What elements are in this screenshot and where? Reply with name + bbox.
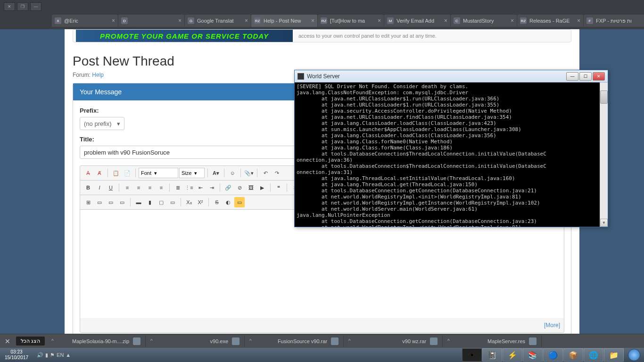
paste-word-icon[interactable]: 📄 [122, 168, 132, 178]
tab-close-icon[interactable]: × [112, 17, 115, 24]
browser-tab[interactable]: FFXP - ות פרטיות× [584, 15, 644, 27]
indent-icon[interactable]: ⇥ [206, 182, 217, 193]
box1-icon[interactable]: ▭ [94, 197, 105, 207]
start-button[interactable] [624, 348, 644, 362]
ordered-list-icon[interactable]: ≣ [173, 182, 183, 193]
tab-close-icon[interactable]: × [577, 17, 580, 24]
taskbar-clock[interactable]: 03:23 15/10/2017 [0, 349, 33, 361]
browser-tab[interactable]: RZ[Tut]How to ma× [318, 15, 384, 27]
browser-tab[interactable]: X@Eric× [52, 15, 118, 27]
taskbar-flash-icon[interactable]: ⚡ [503, 348, 522, 362]
download-item[interactable]: ^MapleSolaxia-90-m....zip [47, 336, 146, 347]
subscript-icon[interactable]: X₂ [184, 197, 194, 207]
remove-format-icon[interactable]: A̶ [83, 168, 93, 178]
console-minimize-button[interactable]: — [566, 72, 578, 81]
tab-close-icon[interactable]: × [311, 17, 314, 24]
download-item[interactable]: ^FusionSource v90.rar [245, 336, 344, 347]
strike-icon[interactable]: S [212, 197, 222, 207]
image-icon[interactable]: 🖼 [246, 182, 256, 193]
download-close-icon[interactable]: ✕ [5, 337, 10, 345]
highlight-icon[interactable]: ▭ [234, 197, 245, 207]
window-close-icon[interactable]: ✕ [4, 2, 15, 11]
browser-tab[interactable]: RZReleases - RaGE× [517, 15, 583, 27]
align-right-icon[interactable]: ≡ [145, 182, 155, 193]
console-window[interactable]: World Server — ☐ ✕ [SEVERE] SQL Driver N… [294, 70, 608, 227]
attach-icon[interactable]: 📎▾ [244, 168, 254, 178]
scroll-down-icon[interactable]: ▼ [600, 219, 608, 227]
taskbar-explorer-icon[interactable]: 📁 [604, 348, 624, 362]
italic-icon[interactable]: I [94, 182, 105, 193]
unordered-list-icon[interactable]: ⋮≡ [184, 182, 194, 193]
unlink-icon[interactable]: ⊘ [234, 182, 245, 193]
col-icon[interactable]: ▮ [145, 197, 155, 207]
browser-tab[interactable]: MVerify Email Add× [384, 15, 450, 27]
row-icon[interactable]: ▬ [133, 197, 144, 207]
box2-icon[interactable]: ▭ [106, 197, 116, 207]
superscript-icon[interactable]: X² [195, 197, 206, 207]
align-center-icon[interactable]: ≡ [133, 182, 144, 193]
box3-icon[interactable]: ▭ [117, 197, 127, 207]
prefix-select[interactable]: (no prefix)▾ [80, 117, 124, 130]
outdent-icon[interactable]: ⇤ [195, 182, 206, 193]
console-titlebar[interactable]: World Server — ☐ ✕ [295, 70, 608, 82]
redo-icon[interactable]: ↷ [272, 168, 282, 178]
browser-tab[interactable]: CMustardStory× [451, 15, 517, 27]
taskbar-chrome-icon[interactable]: 🌐 [584, 348, 603, 362]
size-select[interactable]: Size▾ [179, 168, 205, 178]
lang-indicator[interactable]: EN [57, 352, 64, 358]
volume-icon[interactable]: 🔊 [37, 352, 43, 358]
scroll-thumb[interactable] [600, 90, 608, 104]
taskbar-notepad-icon[interactable]: 📓 [482, 348, 502, 362]
cell-icon[interactable]: ▢ [156, 197, 166, 207]
console-maximize-button[interactable]: ☐ [579, 72, 592, 81]
quote-icon[interactable]: ❝ [273, 182, 284, 193]
browser-tab[interactable]: D× [118, 15, 184, 27]
forum-help-link[interactable]: Help [92, 72, 104, 78]
align-justify-icon[interactable]: ≡ [156, 182, 166, 193]
chevron-up-icon[interactable]: ^ [348, 338, 351, 344]
chevron-up-icon[interactable]: ^ [447, 338, 450, 344]
browser-tab[interactable]: RZHelp - Post New× [251, 15, 317, 27]
download-item[interactable]: ^v90 wz.rar [344, 336, 443, 347]
console-scrollbar[interactable]: ▲ ▼ [600, 82, 608, 227]
chevron-up-icon[interactable]: ^ [249, 338, 252, 344]
chevron-up-icon[interactable]: ^ [150, 338, 153, 344]
console-close-button[interactable]: ✕ [593, 72, 605, 81]
network-icon[interactable]: ▮ [45, 352, 48, 358]
tab-close-icon[interactable]: × [178, 17, 182, 24]
taskbar-teamviewer-icon[interactable]: 🔵 [543, 348, 563, 362]
align-left-icon[interactable]: ≡ [122, 182, 132, 193]
tab-close-icon[interactable]: × [444, 17, 447, 24]
tab-close-icon[interactable]: × [378, 17, 381, 24]
table-icon[interactable]: ⊞ [83, 197, 93, 207]
flag-icon[interactable]: ⚑ [50, 352, 55, 358]
merge-icon[interactable]: ▭ [167, 197, 178, 207]
taskbar-cmd-icon[interactable]: ▪ [462, 348, 482, 362]
download-showall-button[interactable]: הצג הכל [16, 337, 45, 346]
taskbar-winrar-icon[interactable]: 📚 [523, 348, 543, 362]
bold-icon[interactable]: B [83, 182, 93, 193]
tab-close-icon[interactable]: × [245, 17, 248, 24]
browser-tab[interactable]: GGoogle Translat× [185, 15, 251, 27]
window-restore-icon[interactable]: ❐ [17, 2, 28, 11]
download-item[interactable]: ^MapleServer.res [443, 336, 542, 347]
tab-close-icon[interactable]: × [511, 17, 514, 24]
more-link[interactable]: [More] [544, 322, 560, 329]
spoiler-icon[interactable]: ◐ [223, 197, 233, 207]
undo-icon[interactable]: ↶ [260, 168, 271, 178]
tray-chevron-icon[interactable]: ▲ [66, 352, 71, 358]
link-icon[interactable]: 🔗 [223, 182, 233, 193]
smilies-icon[interactable]: ☺ [227, 168, 238, 178]
chevron-up-icon[interactable]: ^ [51, 338, 54, 344]
switch-editor-icon[interactable]: Ⱥ [94, 168, 105, 178]
console-output[interactable]: [SEVERE] SQL Driver Not Found. Consider … [295, 82, 608, 227]
paste-icon[interactable]: 📋 [111, 168, 121, 178]
download-item[interactable]: ^v90.exe [146, 336, 245, 347]
text-color-icon[interactable]: A▾ [211, 168, 221, 178]
font-select[interactable]: Font▾ [139, 168, 178, 178]
underline-icon[interactable]: U [106, 182, 116, 193]
window-minimize-icon[interactable]: — [30, 2, 41, 11]
ad-banner[interactable]: PROMOTE YOUR GAME OR SERVICE TODAY acces… [73, 29, 571, 42]
taskbar-box-icon[interactable]: 📦 [563, 348, 583, 362]
video-icon[interactable]: ▶ [257, 182, 267, 193]
